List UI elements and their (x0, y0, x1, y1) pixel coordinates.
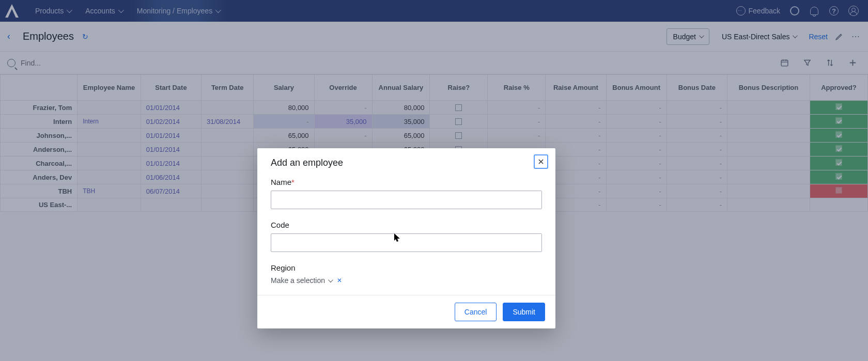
required-asterisk: * (291, 178, 295, 186)
code-input[interactable] (271, 233, 542, 252)
code-label: Code (271, 221, 542, 229)
submit-button[interactable]: Submit (503, 303, 545, 321)
dialog-title: Add an employee (271, 158, 542, 168)
add-employee-dialog: Add an employee Name* Code Region Make a… (257, 148, 555, 328)
name-label: Name* (271, 178, 542, 186)
region-field-label: Region (271, 263, 542, 272)
cancel-button[interactable]: Cancel (455, 303, 497, 321)
name-input[interactable] (271, 191, 542, 209)
chevron-down-icon (328, 277, 333, 282)
region-placeholder: Make a selection (271, 276, 325, 285)
name-label-text: Name (271, 178, 291, 186)
region-select[interactable]: Make a selection (271, 276, 332, 285)
clear-region-icon[interactable]: ✕ (337, 277, 342, 284)
dialog-footer: Cancel Submit (257, 295, 555, 328)
close-button[interactable] (534, 154, 548, 169)
